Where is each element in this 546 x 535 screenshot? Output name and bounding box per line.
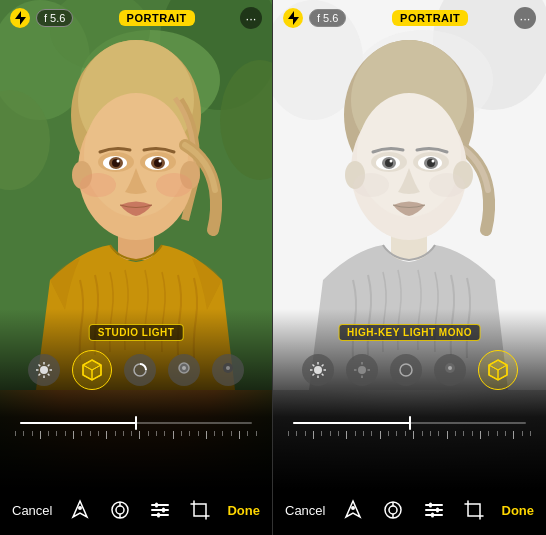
more-button-right[interactable]: ··· xyxy=(514,7,536,29)
svg-point-24 xyxy=(159,160,162,163)
svg-point-23 xyxy=(117,160,120,163)
photo-left: STUDIO LIGHT xyxy=(0,0,272,489)
svg-point-67 xyxy=(357,93,461,217)
svg-rect-55 xyxy=(155,503,158,508)
svg-line-90 xyxy=(312,374,314,376)
studio-light-option-right[interactable] xyxy=(346,354,378,386)
bottom-toolbar-right: Cancel Done xyxy=(273,489,546,535)
slider-track-left[interactable] xyxy=(20,422,252,424)
top-bar-left: f 5.6 PORTRAIT ··· xyxy=(0,0,272,36)
natural-light-option[interactable] xyxy=(28,354,60,386)
svg-point-47 xyxy=(78,506,82,510)
svg-point-104 xyxy=(351,506,355,510)
svg-rect-53 xyxy=(151,509,169,511)
filter-icon-right[interactable] xyxy=(340,497,366,523)
filter-icon-left[interactable] xyxy=(67,497,93,523)
svg-line-87 xyxy=(312,365,314,367)
svg-rect-56 xyxy=(162,508,165,513)
svg-point-98 xyxy=(448,366,452,370)
done-button-left[interactable]: Done xyxy=(227,503,260,518)
svg-point-43 xyxy=(182,366,186,370)
svg-rect-112 xyxy=(429,503,432,508)
svg-point-96 xyxy=(400,364,412,376)
svg-rect-114 xyxy=(431,513,434,518)
light-label-left: STUDIO LIGHT xyxy=(89,324,184,341)
svg-point-26 xyxy=(156,173,192,197)
svg-point-27 xyxy=(40,366,48,374)
more-button-left[interactable]: ··· xyxy=(240,7,262,29)
tick-marks-left xyxy=(15,431,257,439)
portrait-badge-right[interactable]: PORTRAIT xyxy=(392,10,468,26)
stage-light-option[interactable] xyxy=(168,354,200,386)
svg-marker-0 xyxy=(15,11,26,25)
adjust-icon-right[interactable] xyxy=(421,497,447,523)
stage-mono-option[interactable] xyxy=(212,354,244,386)
svg-rect-109 xyxy=(425,504,443,506)
right-panel: f 5.6 PORTRAIT ··· xyxy=(273,0,546,535)
svg-line-88 xyxy=(321,374,323,376)
tune-icon-right[interactable] xyxy=(380,497,406,523)
svg-rect-57 xyxy=(157,513,160,518)
lighting-icons-row-left xyxy=(0,342,272,394)
svg-line-32 xyxy=(39,365,41,367)
photo-area-left: STUDIO LIGHT xyxy=(0,0,272,489)
bottom-toolbar-left: Cancel Done xyxy=(0,489,272,535)
studio-light-option[interactable] xyxy=(72,350,112,390)
slider-area-left xyxy=(0,422,272,424)
crop-icon-right[interactable] xyxy=(461,497,487,523)
top-bar-right: f 5.6 PORTRAIT ··· xyxy=(273,0,546,36)
slider-thumb-right[interactable] xyxy=(409,416,411,430)
svg-line-33 xyxy=(48,374,50,376)
tick-marks-right xyxy=(288,431,531,439)
adjust-icon-left[interactable] xyxy=(147,497,173,523)
portrait-badge-left[interactable]: PORTRAIT xyxy=(119,10,195,26)
svg-point-106 xyxy=(389,506,397,514)
svg-rect-52 xyxy=(151,504,169,506)
lighting-selector-left xyxy=(0,342,272,394)
contour-light-option[interactable] xyxy=(124,354,156,386)
cancel-button-left[interactable]: Cancel xyxy=(12,503,52,518)
svg-line-34 xyxy=(48,365,50,367)
top-left-controls: f 5.6 xyxy=(10,8,73,28)
svg-point-80 xyxy=(353,173,389,197)
svg-line-89 xyxy=(321,365,323,367)
svg-rect-110 xyxy=(425,509,443,511)
natural-light-option-right[interactable] xyxy=(302,354,334,386)
light-label-right: HIGH-KEY LIGHT MONO xyxy=(338,324,481,341)
svg-point-91 xyxy=(358,366,366,374)
svg-point-81 xyxy=(429,173,465,197)
slider-area-right xyxy=(273,422,546,424)
svg-point-25 xyxy=(80,173,116,197)
photo-area-right: HIGH-KEY LIGHT MONO xyxy=(273,0,546,489)
svg-point-78 xyxy=(390,160,393,163)
aperture-badge-right[interactable]: f 5.6 xyxy=(309,9,346,27)
left-panel: f 5.6 PORTRAIT ··· xyxy=(0,0,273,535)
slider-track-right[interactable] xyxy=(293,422,526,424)
stage-light-option-right[interactable] xyxy=(434,354,466,386)
lighting-icons-row-right xyxy=(273,342,546,394)
slider-thumb-left[interactable] xyxy=(135,416,137,430)
svg-point-45 xyxy=(226,366,230,370)
contour-light-option-right[interactable] xyxy=(390,354,422,386)
svg-marker-58 xyxy=(288,11,299,25)
flash-icon[interactable] xyxy=(10,8,30,28)
svg-line-35 xyxy=(39,374,41,376)
aperture-badge-left[interactable]: f 5.6 xyxy=(36,9,73,27)
tune-icon-left[interactable] xyxy=(107,497,133,523)
svg-point-79 xyxy=(432,160,435,163)
crop-icon-left[interactable] xyxy=(187,497,213,523)
svg-point-49 xyxy=(116,506,124,514)
svg-rect-113 xyxy=(436,508,439,513)
top-right-controls: f 5.6 xyxy=(283,8,346,28)
flash-icon-right[interactable] xyxy=(283,8,303,28)
photo-right: HIGH-KEY LIGHT MONO xyxy=(273,0,546,489)
cancel-button-right[interactable]: Cancel xyxy=(285,503,325,518)
svg-point-12 xyxy=(84,93,188,217)
svg-point-82 xyxy=(314,366,322,374)
high-key-light-option-right[interactable] xyxy=(478,350,518,390)
lighting-selector-right xyxy=(273,342,546,394)
done-button-right[interactable]: Done xyxy=(502,503,535,518)
